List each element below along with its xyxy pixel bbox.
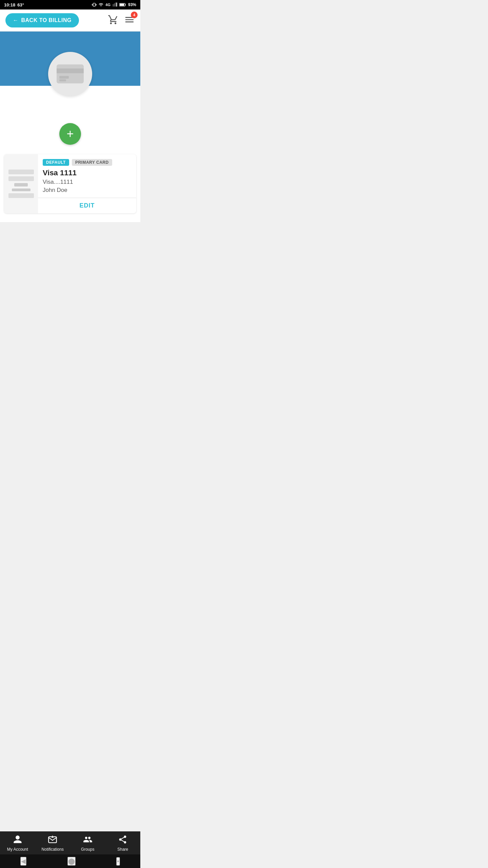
back-to-billing-button[interactable]: ← BACK TO BILLING	[5, 13, 79, 27]
thumb-bar-1	[8, 170, 34, 174]
card-list: DEFAULT PRIMARY CARD Visa 1111 Visa....1…	[0, 154, 140, 222]
status-right: 4G 93%	[92, 2, 136, 7]
thumb-bar-2	[8, 176, 34, 181]
card-thumbnail	[4, 154, 38, 213]
card-name: Visa 1111	[43, 169, 131, 177]
plus-icon: +	[66, 128, 74, 140]
time: 10:18	[4, 2, 15, 7]
back-arrow-icon: ←	[13, 17, 19, 23]
cart-icon	[108, 14, 119, 25]
vibrate-icon	[92, 2, 97, 7]
back-label: BACK TO BILLING	[21, 17, 72, 23]
cart-icon-wrap[interactable]	[108, 14, 119, 26]
battery-percent: 93%	[128, 2, 136, 7]
svg-rect-4	[57, 68, 84, 73]
wifi-icon	[99, 2, 103, 7]
card-badges: DEFAULT PRIMARY CARD	[43, 159, 131, 166]
primary-badge: PRIMARY CARD	[72, 159, 112, 166]
network-type: 4G	[105, 3, 110, 7]
credit-card-icon	[57, 64, 84, 83]
blue-banner	[0, 32, 140, 86]
card-number: Visa....1111	[43, 179, 131, 185]
card-details: DEFAULT PRIMARY CARD Visa 1111 Visa....1…	[38, 154, 136, 213]
edit-card-button[interactable]: EDIT	[79, 202, 95, 209]
thumb-bar-5	[8, 193, 34, 198]
content-area: + DEFAULT PRIMARY CARD Visa 1111 Visa...…	[0, 86, 140, 222]
status-left: 10:18 63°	[4, 2, 24, 7]
battery-icon	[119, 3, 126, 7]
header-icons: 4	[108, 14, 135, 26]
card-edit-row: EDIT	[43, 198, 131, 213]
card-holder: John Doe	[43, 187, 131, 194]
svg-rect-5	[59, 76, 69, 79]
thumb-bar-4	[12, 189, 30, 191]
add-card-button[interactable]: +	[59, 123, 81, 145]
menu-button[interactable]: 4	[124, 14, 135, 26]
temperature: 63°	[17, 2, 24, 7]
menu-badge: 4	[131, 12, 138, 18]
svg-rect-1	[120, 4, 124, 6]
status-bar: 10:18 63° 4G 93%	[0, 0, 140, 9]
signal-icon	[113, 2, 117, 7]
table-row: DEFAULT PRIMARY CARD Visa 1111 Visa....1…	[4, 154, 136, 213]
svg-rect-2	[125, 4, 126, 5]
credit-card-circle	[48, 52, 92, 96]
default-badge: DEFAULT	[43, 159, 69, 166]
svg-rect-6	[59, 79, 66, 81]
thumb-bar-3	[14, 183, 28, 186]
header: ← BACK TO BILLING 4	[0, 9, 140, 32]
